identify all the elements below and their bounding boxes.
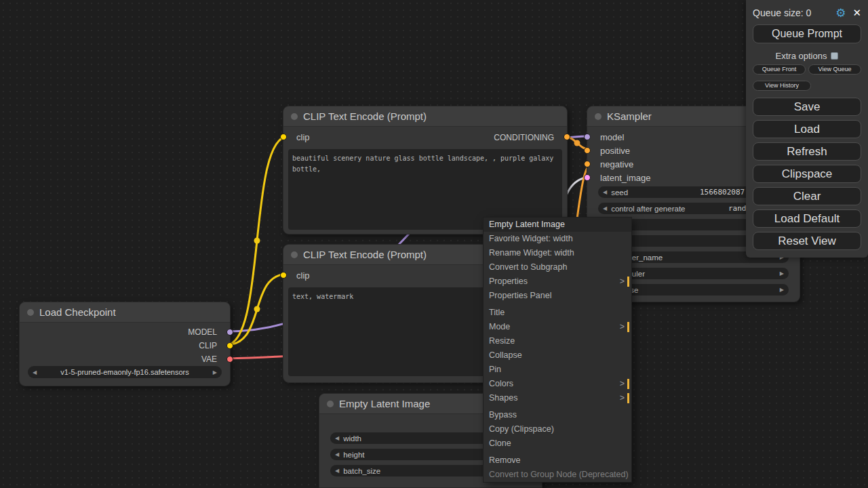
context-menu-item-collapse[interactable]: Collapse (484, 348, 631, 363)
collapse-dot-icon[interactable] (27, 309, 34, 316)
output-label: CLIP (199, 341, 217, 350)
collapse-dot-icon[interactable] (291, 251, 298, 258)
node-title-bar[interactable]: CLIP Text Encode (Prompt) (283, 106, 567, 127)
refresh-button[interactable]: Refresh (753, 142, 861, 161)
context-menu-item-favorite-widget[interactable]: Favorite Widget: width (484, 232, 631, 246)
input-slot-latent-image[interactable] (584, 174, 591, 181)
output-label: CONDITIONING (494, 133, 554, 142)
view-history-button[interactable]: View History (753, 81, 811, 91)
node-title-bar[interactable]: Load Checkpoint (20, 302, 230, 323)
input-label: clip (296, 270, 310, 281)
link-midpoint-dot (574, 140, 580, 146)
menu-item-label: Properties (489, 277, 528, 286)
widget-label: batch_size (343, 467, 380, 475)
node-load-checkpoint[interactable]: Load Checkpoint MODEL CLIP VAE ◀ v1-5-pr… (19, 302, 231, 386)
extra-options-checkbox[interactable] (831, 52, 838, 60)
input-label: model (600, 132, 624, 142)
increment-arrow-icon[interactable]: ▶ (780, 284, 784, 296)
context-menu-item-properties[interactable]: Properties > (484, 274, 631, 289)
context-menu-item-copy-clipspace[interactable]: Copy (Clipspace) (484, 422, 631, 436)
node-title: KSampler (607, 110, 652, 122)
widget-ckpt-name[interactable]: ◀ v1-5-pruned-emaonly-fp16.safetensors ▶ (28, 366, 222, 378)
node-clip-text-encode-positive[interactable]: CLIP Text Encode (Prompt) clip CONDITION… (283, 106, 568, 235)
extra-options-label: Extra options (776, 51, 827, 61)
widget-value: 1566802087 (700, 188, 745, 197)
view-queue-button[interactable]: View Queue (808, 64, 861, 75)
context-menu-item-properties-panel[interactable]: Properties Panel (484, 289, 631, 303)
context-menu-item-rename-widget[interactable]: Rename Widget: width (484, 246, 631, 260)
widget-label: height (343, 451, 364, 459)
reset-view-button[interactable]: Reset View (753, 232, 861, 250)
submenu-chevron-icon: > (620, 377, 625, 391)
input-label: clip (296, 132, 310, 142)
context-menu-header: Empty Latent Image (484, 218, 631, 232)
output-slot-vae[interactable] (226, 356, 233, 363)
collapse-dot-icon[interactable] (595, 113, 601, 120)
input-label: positive (600, 146, 630, 156)
input-slot-model[interactable] (584, 134, 591, 140)
submenu-chevron-icon: > (620, 320, 625, 334)
widget-label: width (343, 434, 361, 443)
save-button[interactable]: Save (753, 98, 861, 116)
clear-button[interactable]: Clear (753, 187, 861, 205)
output-slot-conditioning[interactable] (564, 134, 570, 140)
node-title: CLIP Text Encode (Prompt) (303, 249, 427, 260)
context-menu-item-convert-to-subgraph[interactable]: Convert to Subgraph (484, 260, 631, 274)
load-button[interactable]: Load (753, 120, 861, 138)
widget-label: seed (611, 188, 628, 197)
output-label: VAE (201, 354, 217, 364)
input-label: negative (600, 159, 633, 169)
output-label: MODEL (188, 327, 217, 337)
queue-prompt-button[interactable]: Queue Prompt (753, 24, 861, 43)
collapse-dot-icon[interactable] (291, 113, 298, 120)
context-menu: Empty Latent Image Favorite Widget: widt… (483, 217, 632, 483)
input-label: latent_image (600, 173, 650, 183)
queue-front-button[interactable]: Queue Front (753, 64, 806, 75)
settings-gear-icon[interactable]: ⚙ (835, 6, 846, 20)
node-title: Empty Latent Image (339, 398, 430, 409)
menu-item-label: Mode (489, 322, 510, 331)
increment-arrow-icon[interactable]: ▶ (780, 268, 784, 279)
decrement-arrow-icon[interactable]: ◀ (335, 432, 339, 444)
context-menu-item-colors[interactable]: Colors > (484, 377, 631, 391)
queue-size-label: Queue size: 0 (753, 7, 835, 18)
node-title: CLIP Text Encode (Prompt) (303, 110, 427, 122)
clipspace-button[interactable]: Clipspace (753, 165, 861, 183)
context-menu-item-title[interactable]: Title (484, 306, 631, 320)
decrement-arrow-icon[interactable]: ◀ (335, 449, 339, 460)
context-menu-item-mode[interactable]: Mode > (484, 320, 631, 334)
context-menu-item-bypass[interactable]: Bypass (484, 408, 631, 422)
context-menu-item-pin[interactable]: Pin (484, 363, 631, 377)
context-menu-item-remove[interactable]: Remove (484, 453, 631, 468)
menu-item-label: Colors (489, 379, 513, 388)
output-slot-model[interactable] (226, 329, 233, 336)
context-menu-item-resize[interactable]: Resize (484, 334, 631, 348)
widget-label: control after generate (611, 205, 685, 213)
decrement-arrow-icon[interactable]: ◀ (335, 465, 339, 476)
context-menu-item-clone[interactable]: Clone (484, 436, 631, 451)
close-icon[interactable]: ✕ (852, 7, 861, 19)
node-title: Load Checkpoint (39, 306, 116, 318)
queue-panel: Queue size: 0 ⚙ ✕ Queue Prompt Extra opt… (746, 0, 868, 258)
widget-value: v1-5-pruned-emaonly-fp16.safetensors (37, 368, 213, 376)
input-slot-negative[interactable] (584, 161, 591, 167)
context-menu-item-convert-to-group-node[interactable]: Convert to Group Node (Deprecated) (484, 468, 631, 482)
decrement-arrow-icon[interactable]: ◀ (603, 186, 607, 198)
output-slot-clip[interactable] (226, 342, 233, 349)
decrement-arrow-icon[interactable]: ◀ (603, 203, 607, 214)
menu-item-label: Shapes (489, 393, 517, 403)
input-slot-positive[interactable] (584, 147, 591, 154)
graph-canvas[interactable]: CLIP Text Encode (Prompt) clip CONDITION… (0, 0, 868, 488)
link-midpoint-dot (254, 238, 260, 244)
submenu-chevron-icon: > (620, 391, 625, 405)
load-default-button[interactable]: Load Default (753, 209, 861, 228)
combo-right-arrow-icon[interactable]: ▶ (213, 367, 217, 378)
context-menu-item-shapes[interactable]: Shapes > (484, 391, 631, 405)
input-slot-clip[interactable] (280, 272, 287, 279)
link-midpoint-dot (254, 306, 260, 312)
input-slot-clip[interactable] (280, 134, 287, 140)
submenu-chevron-icon: > (620, 274, 625, 289)
collapse-dot-icon[interactable] (327, 401, 334, 407)
